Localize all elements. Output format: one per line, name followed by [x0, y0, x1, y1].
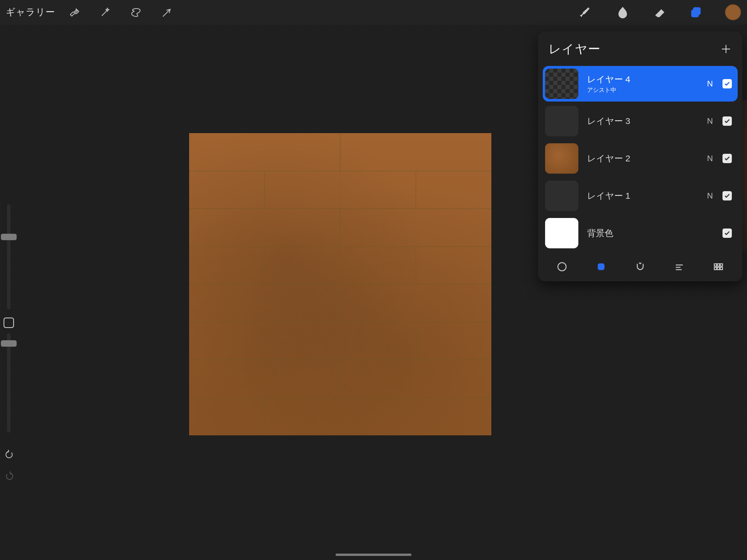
layer-row[interactable]: レイヤー 3N	[543, 103, 738, 139]
layers-panel-footer	[538, 253, 742, 275]
layer-name-label: レイヤー 2	[587, 153, 705, 164]
add-layer-button[interactable]	[720, 43, 732, 55]
merge-icon[interactable]	[634, 260, 647, 273]
visibility-checkbox[interactable]	[722, 191, 732, 201]
eraser-icon[interactable]	[651, 4, 668, 20]
layer-subtitle-label: アシスト中	[587, 86, 705, 94]
grid-view-icon[interactable]	[712, 260, 725, 273]
layer-thumbnail[interactable]	[545, 218, 578, 248]
layer-name-label: レイヤー 3	[587, 115, 705, 127]
wand-icon[interactable]	[98, 5, 113, 20]
svg-rect-8	[717, 267, 720, 270]
layer-row[interactable]: レイヤー 2N	[543, 141, 738, 176]
layers-panel-title: レイヤー	[548, 41, 601, 57]
brush-size-slider[interactable]	[7, 204, 10, 309]
gallery-button[interactable]: ギャラリー	[6, 6, 55, 19]
blend-solid-icon[interactable]	[595, 260, 608, 273]
undo-redo-group	[4, 450, 15, 483]
modify-button[interactable]	[3, 317, 14, 328]
visibility-checkbox[interactable]	[722, 79, 732, 88]
redo-icon[interactable]	[4, 471, 15, 483]
svg-point-2	[558, 263, 566, 271]
visibility-checkbox[interactable]	[722, 229, 732, 238]
brush-icon[interactable]	[578, 4, 594, 20]
mask-circle-icon[interactable]	[556, 260, 568, 273]
layer-row[interactable]: 背景色	[543, 215, 738, 251]
brick-pattern-lines	[189, 133, 491, 435]
left-sidebar	[0, 204, 18, 437]
layer-row[interactable]: レイヤー 4アシスト中N	[543, 66, 738, 102]
layer-thumbnail[interactable]	[545, 106, 578, 136]
svg-rect-5	[717, 264, 720, 266]
layer-thumbnail[interactable]	[545, 69, 578, 99]
blend-mode-letter[interactable]: N	[705, 154, 714, 163]
blend-mode-letter[interactable]: N	[705, 191, 714, 201]
canvas[interactable]	[189, 133, 491, 435]
svg-rect-1	[691, 10, 699, 17]
layer-name-label: 背景色	[587, 227, 705, 239]
blend-mode-letter[interactable]: N	[705, 79, 714, 88]
brush-size-knob[interactable]	[1, 234, 17, 240]
layer-row[interactable]: レイヤー 1N	[543, 178, 738, 213]
svg-rect-6	[720, 264, 722, 266]
brush-opacity-knob[interactable]	[1, 340, 17, 347]
move-icon[interactable]	[160, 5, 175, 20]
color-picker[interactable]	[725, 4, 741, 20]
svg-rect-9	[720, 267, 722, 270]
top-toolbar: ギャラリー	[0, 0, 747, 25]
svg-rect-7	[714, 267, 717, 270]
selection-icon[interactable]	[129, 5, 144, 20]
list-lines-icon[interactable]	[673, 260, 686, 273]
layer-name-label: レイヤー 4	[587, 74, 705, 85]
visibility-checkbox[interactable]	[722, 117, 732, 126]
smudge-icon[interactable]	[615, 4, 631, 20]
layers-icon[interactable]	[688, 4, 704, 20]
svg-rect-3	[598, 264, 604, 270]
home-indicator	[336, 554, 411, 556]
undo-icon[interactable]	[4, 450, 15, 461]
wrench-icon[interactable]	[67, 5, 82, 20]
layer-thumbnail[interactable]	[545, 181, 578, 211]
visibility-checkbox[interactable]	[722, 154, 732, 163]
brush-opacity-slider[interactable]	[7, 333, 10, 432]
svg-rect-4	[714, 264, 717, 266]
blend-mode-letter[interactable]: N	[705, 117, 714, 126]
layers-panel: レイヤー レイヤー 4アシスト中Nレイヤー 3Nレイヤー 2Nレイヤー 1N背景…	[538, 31, 742, 281]
layer-name-label: レイヤー 1	[587, 190, 705, 202]
layer-thumbnail[interactable]	[545, 143, 578, 174]
